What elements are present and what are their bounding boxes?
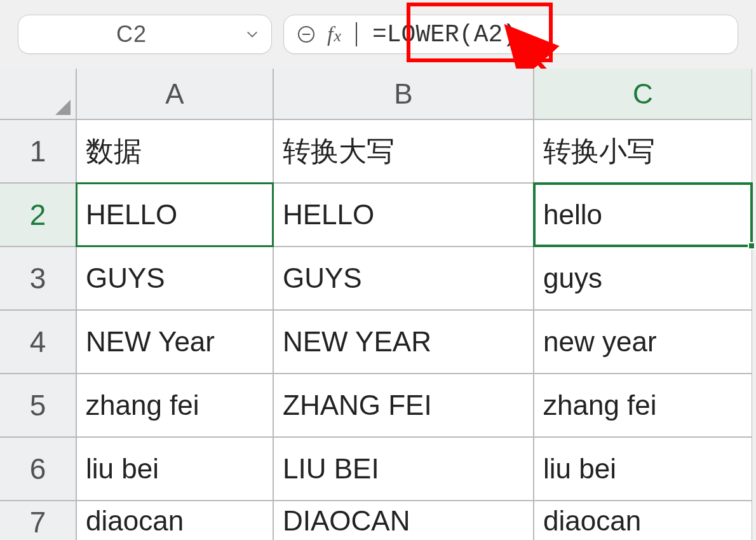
cell-b5[interactable]: ZHANG FEI bbox=[273, 374, 534, 437]
col-header-c[interactable]: C bbox=[534, 69, 752, 119]
cell-a4[interactable]: NEW Year bbox=[76, 310, 273, 374]
cell-b1[interactable]: 转换大写 bbox=[273, 119, 534, 183]
cell-c3[interactable]: guys bbox=[534, 246, 752, 310]
col-header-b[interactable]: B bbox=[273, 69, 534, 119]
fx-icon[interactable]: fx bbox=[327, 22, 346, 46]
cell-a5[interactable]: zhang fei bbox=[76, 374, 273, 437]
formula-toolbar: C2 fx =LOWER(A2) bbox=[0, 13, 756, 56]
cell-c6[interactable]: liu bei bbox=[534, 437, 752, 501]
cell-b6[interactable]: LIU BEI bbox=[273, 437, 534, 501]
text-cursor bbox=[356, 22, 357, 46]
cell-b2[interactable]: HELLO bbox=[273, 183, 534, 246]
cell-a6[interactable]: liu bei bbox=[76, 437, 273, 501]
cell-b3[interactable]: GUYS bbox=[273, 246, 534, 310]
cell-c1[interactable]: 转换小写 bbox=[534, 119, 752, 183]
name-box-value: C2 bbox=[18, 21, 245, 48]
row-header-5[interactable]: 5 bbox=[0, 374, 76, 437]
select-all-corner[interactable] bbox=[0, 69, 76, 119]
cell-a2[interactable]: HELLO bbox=[76, 183, 273, 246]
row-header-4[interactable]: 4 bbox=[0, 310, 76, 374]
formula-bar[interactable]: fx =LOWER(A2) bbox=[283, 15, 738, 54]
cell-c4[interactable]: new year bbox=[534, 310, 752, 374]
cell-b4[interactable]: NEW YEAR bbox=[273, 310, 534, 374]
chevron-down-icon[interactable] bbox=[245, 27, 260, 42]
fill-handle[interactable] bbox=[748, 242, 755, 250]
row-header-2[interactable]: 2 bbox=[0, 183, 76, 246]
cancel-formula-icon[interactable] bbox=[295, 24, 317, 45]
row-header-1[interactable]: 1 bbox=[0, 119, 76, 183]
spreadsheet-grid[interactable]: A B C 1 数据 转换大写 转换小写 2 HELLO HELLO hello… bbox=[0, 69, 753, 540]
cell-c2[interactable]: hello bbox=[534, 183, 752, 246]
name-box[interactable]: C2 bbox=[18, 15, 272, 54]
formula-text: =LOWER(A2) bbox=[372, 21, 517, 48]
cell-c7[interactable]: diaocan bbox=[534, 501, 752, 540]
col-header-a[interactable]: A bbox=[76, 69, 273, 119]
cell-c5[interactable]: zhang fei bbox=[534, 374, 752, 437]
row-header-6[interactable]: 6 bbox=[0, 437, 76, 501]
cell-a7[interactable]: diaocan bbox=[76, 501, 273, 540]
cell-a3[interactable]: GUYS bbox=[76, 246, 273, 310]
cell-a1[interactable]: 数据 bbox=[76, 119, 273, 183]
row-header-7[interactable]: 7 bbox=[0, 501, 76, 540]
row-header-3[interactable]: 3 bbox=[0, 246, 76, 310]
cell-b7[interactable]: DIAOCAN bbox=[273, 501, 534, 540]
